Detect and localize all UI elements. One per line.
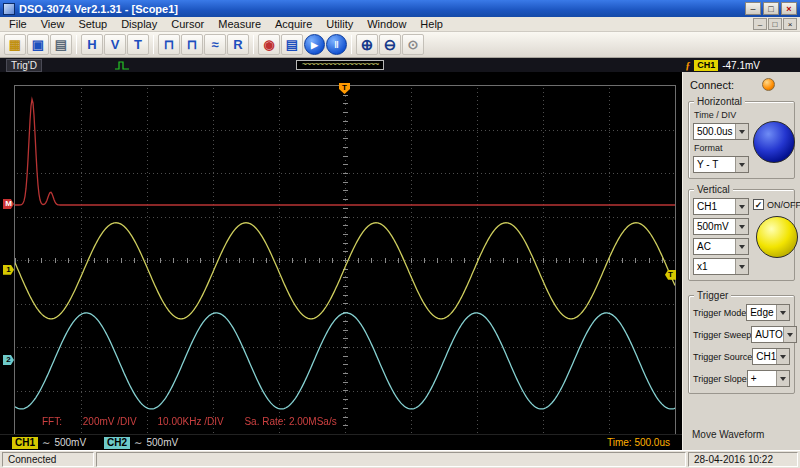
format-select[interactable]: Y - T — [693, 156, 749, 173]
open-scope-icon[interactable]: ▦ — [4, 34, 26, 55]
ch2-zero-marker[interactable]: 2 — [3, 355, 14, 365]
math-waveform-icon[interactable]: ⊓ — [158, 34, 180, 55]
trigger-slope-select[interactable]: + — [747, 370, 790, 387]
toolbar: ▦▣▤HVT⊓⊓≈R◉▤▶‖⊕⊖⊙ — [0, 32, 800, 58]
trigger-sweep-label: Trigger Sweep — [693, 330, 751, 340]
time-div-label: Time / DIV — [693, 110, 749, 120]
menu-utility[interactable]: Utility — [319, 18, 360, 30]
trigger-panel-button[interactable]: T — [127, 34, 149, 55]
mdi-close-button[interactable]: × — [783, 18, 797, 30]
fft-zero-marker[interactable]: M — [3, 199, 14, 209]
waveform-preview[interactable]: ~~~~~~~~~~~~~~~~~~ — [296, 60, 384, 70]
mdi-restore-button[interactable]: □ — [768, 18, 782, 30]
trigger-mode-select[interactable]: Edge — [746, 304, 790, 321]
dropdown-arrow-icon[interactable] — [735, 259, 748, 274]
zoom-in-icon[interactable]: ⊕ — [356, 34, 378, 55]
time-base-value: Time: 500.0us — [607, 437, 670, 448]
move-waveform-label: Move Waveform — [692, 429, 764, 440]
dropdown-arrow-icon[interactable] — [776, 371, 789, 386]
control-panel: Connect: Horizontal Time / DIV 500.0us F… — [682, 72, 800, 450]
fft-icon[interactable]: ⊓ — [181, 34, 203, 55]
dropdown-arrow-icon[interactable] — [735, 239, 748, 254]
record-icon[interactable]: ◉ — [258, 34, 280, 55]
menu-measure[interactable]: Measure — [211, 18, 268, 30]
close-button[interactable]: × — [781, 2, 797, 15]
dropdown-arrow-icon[interactable] — [735, 219, 748, 234]
menu-file[interactable]: File — [2, 18, 34, 30]
format-label: Format — [693, 143, 749, 153]
coupling-select[interactable]: AC — [693, 238, 749, 255]
dropdown-arrow-icon[interactable] — [776, 305, 789, 320]
application-window: DSO-3074 Ver2.1.31 - [Scope1] – □ × File… — [0, 0, 800, 468]
trigger-source-label: Trigger Source — [693, 352, 752, 362]
scope-display-area: FFT: 200mV /DIV 10.00KHz /DIV Sa. Rate: … — [0, 72, 682, 450]
channel-select[interactable]: CH1 — [693, 198, 749, 215]
volt-div-select[interactable]: 500mV — [693, 218, 749, 235]
minimize-button[interactable]: – — [745, 2, 761, 15]
dropdown-arrow-icon[interactable] — [776, 349, 789, 364]
scope-canvas[interactable] — [14, 85, 676, 435]
display-mode-icon[interactable]: ≈ — [204, 34, 226, 55]
horizontal-panel-button[interactable]: H — [81, 34, 103, 55]
fft-scale: 200mV /DIV — [83, 416, 137, 427]
trigger-group-title: Trigger — [694, 290, 731, 301]
channel-bar: CH1 ∼ 500mV CH2 ∼ 500mV Time: 500.0us — [0, 434, 682, 450]
dropdown-arrow-icon[interactable] — [735, 199, 748, 214]
horizontal-position-knob[interactable] — [753, 121, 795, 163]
vertical-position-knob[interactable] — [756, 216, 798, 258]
mdi-minimize-button[interactable]: – — [753, 18, 767, 30]
trigger-status-bar: Trig'D ~~~~~~~~~~~~~~~~~~ ƒ CH1 -47.1mV — [0, 58, 800, 72]
onoff-label: ON/OFF — [767, 200, 800, 210]
menu-cursor[interactable]: Cursor — [164, 18, 211, 30]
dropdown-arrow-icon[interactable] — [783, 327, 796, 342]
menu-acquire[interactable]: Acquire — [268, 18, 319, 30]
vertical-panel-button[interactable]: V — [104, 34, 126, 55]
status-bar: Connected 28-04-2016 10:22 — [0, 450, 800, 468]
toolbar-separator — [76, 35, 77, 54]
print-icon[interactable]: ▤ — [50, 34, 72, 55]
run-stop-button[interactable]: R — [227, 34, 249, 55]
app-icon — [3, 3, 15, 15]
sample-rate: Sa. Rate: 2.00MSa/s — [244, 416, 336, 427]
menu-window[interactable]: Window — [360, 18, 413, 30]
menu-setup[interactable]: Setup — [71, 18, 114, 30]
horizontal-group: Horizontal Time / DIV 500.0us Format Y -… — [688, 101, 795, 179]
ch2-badge: CH2 — [104, 437, 130, 449]
dropdown-arrow-icon[interactable] — [735, 157, 748, 172]
window-title: DSO-3074 Ver2.1.31 - [Scope1] — [19, 3, 745, 15]
menu-view[interactable]: View — [34, 18, 72, 30]
fft-info: FFT: 200mV /DIV 10.00KHz /DIV Sa. Rate: … — [42, 416, 355, 427]
pause-button[interactable]: ‖ — [326, 34, 347, 55]
ch1-zero-marker[interactable]: 1 — [3, 265, 14, 275]
vertical-group: Vertical CH1 500mV AC — [688, 189, 795, 281]
snapshot-icon[interactable]: ▤ — [281, 34, 303, 55]
fft-label: FFT: — [42, 416, 62, 427]
connect-led-icon — [762, 78, 775, 91]
zoom-out-icon[interactable]: ⊖ — [379, 34, 401, 55]
trigger-sweep-select[interactable]: AUTO — [751, 326, 797, 343]
title-bar[interactable]: DSO-3074 Ver2.1.31 - [Scope1] – □ × — [0, 0, 800, 17]
maximize-button[interactable]: □ — [763, 2, 779, 15]
play-button[interactable]: ▶ — [304, 34, 325, 55]
save-icon[interactable]: ▣ — [27, 34, 49, 55]
trigger-slope-label: Trigger Slope — [693, 374, 747, 384]
self-cal-icon[interactable]: ⊙ — [402, 34, 424, 55]
ch1-scale: 500mV — [54, 437, 86, 448]
toolbar-separator — [351, 35, 352, 54]
trigger-source-select[interactable]: CH1 — [752, 348, 790, 365]
probe-select[interactable]: x1 — [693, 258, 749, 275]
trigger-status-badge: Trig'D — [6, 59, 42, 72]
menu-display[interactable]: Display — [114, 18, 164, 30]
menu-help[interactable]: Help — [413, 18, 450, 30]
toolbar-separator — [253, 35, 254, 54]
dropdown-arrow-icon[interactable] — [735, 124, 748, 139]
vertical-group-title: Vertical — [694, 184, 733, 195]
toolbar-separator — [153, 35, 154, 54]
preview-squiggle: ~~~~~~~~~~~~~~~~~~ — [297, 61, 383, 68]
channel-onoff-checkbox[interactable]: ✓ — [753, 199, 764, 210]
trigger-group: Trigger Trigger Mode Edge Trigger Sweep … — [688, 295, 795, 394]
time-div-select[interactable]: 500.0us — [693, 123, 749, 140]
fft-frequency: 10.00KHz /DIV — [157, 416, 223, 427]
trigger-frequency-icon: ƒ — [685, 60, 690, 71]
horizontal-group-title: Horizontal — [694, 96, 745, 107]
